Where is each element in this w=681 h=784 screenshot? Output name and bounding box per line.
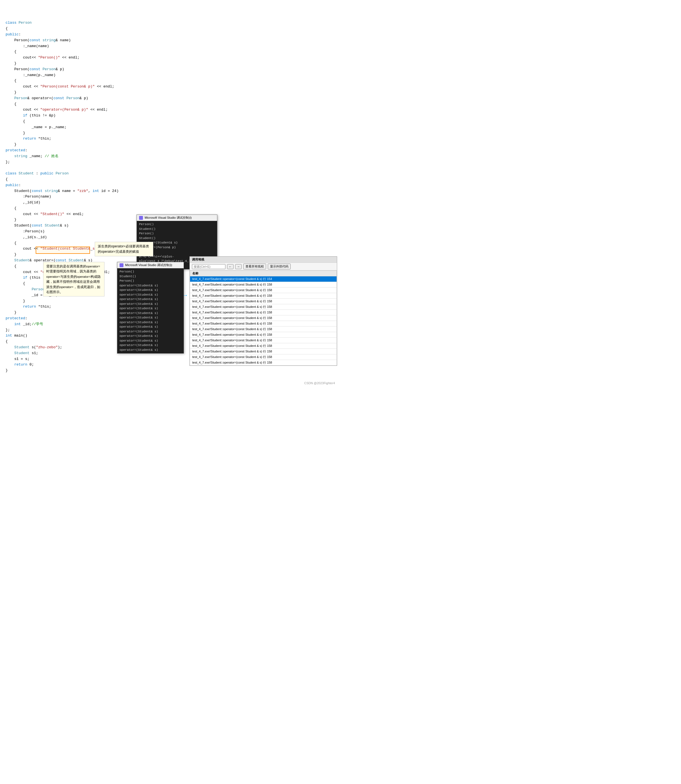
code-line: string _name; // 姓名 bbox=[6, 154, 335, 159]
code-line: } bbox=[6, 130, 335, 136]
debug-row-cell: test_4_7.exe!Student::operator=(const St… bbox=[190, 326, 337, 332]
debug-row[interactable]: test_4_7.exe!Student::operator=(const St… bbox=[190, 304, 337, 310]
debug-row[interactable]: test_4_7.exe!Student::operator=(const St… bbox=[190, 343, 337, 349]
debug-panel-title: 调用堆栈 bbox=[192, 257, 204, 261]
console-line: operator=(Student& s) bbox=[120, 348, 181, 352]
code-line: cout<< "Person()" << endl; bbox=[6, 55, 335, 61]
debug-row[interactable]: test_4_7.exe!Student::operator=(const St… bbox=[190, 310, 337, 315]
console-line: operator=(Student& s) bbox=[120, 315, 181, 320]
arrow-1: → bbox=[90, 248, 92, 252]
code-line: } bbox=[6, 90, 335, 95]
console-popup-2-body: Person()Student()Person()operator=(Stude… bbox=[117, 268, 184, 353]
debug-row-cell: test_4_7.exe!Student::operator=(const St… bbox=[190, 349, 337, 355]
code-line: { bbox=[6, 206, 335, 211]
debug-row[interactable]: test_4_7.exe!Student::operator=(const St… bbox=[190, 282, 337, 288]
console-line: operator=(Student& s) bbox=[120, 293, 181, 297]
console-popup-2-header: Microsoft Visual Studio 调试控制台 bbox=[117, 262, 184, 268]
debug-row-cell: test_4_7.exe!Student::operator=(const St… bbox=[190, 282, 337, 288]
vs-icon-2 bbox=[120, 263, 124, 267]
code-line: { bbox=[6, 78, 335, 84]
annotation-1: 派生类的operator=必须要调用基类的operator=完成基类的赋值 bbox=[95, 242, 153, 256]
console-line: operator=(Student& s) bbox=[120, 334, 181, 339]
console-line: operator=(Student& s) bbox=[120, 325, 181, 329]
code-line: protected: bbox=[6, 148, 335, 154]
console-popup-1-header: Microsoft Visual Studio 调试控制台 bbox=[137, 215, 217, 221]
debug-show-external-btn[interactable]: 显示外部代码 bbox=[268, 264, 291, 269]
console-line: operator=(Student& s) bbox=[120, 311, 181, 316]
code-line: { bbox=[6, 26, 335, 32]
annotation-2-text: 需要注意的是在调用基类的operator=时需要指明其作用域，因为基类的oper… bbox=[46, 265, 101, 294]
console-line: Person() bbox=[139, 222, 215, 227]
code-line: { bbox=[6, 177, 335, 182]
console-line: operator=(Student& s) bbox=[120, 329, 181, 334]
debug-table: 名称 test_4_7.exe!Student::operator=(const… bbox=[190, 271, 337, 366]
code-line: } bbox=[6, 61, 335, 67]
debug-row-cell: test_4_7.exe!Student::operator=(const St… bbox=[190, 343, 337, 349]
code-line: ,_id(id) bbox=[6, 200, 335, 206]
code-line: if (this != &p) bbox=[6, 113, 335, 119]
code-line: return *this; bbox=[6, 136, 335, 142]
console-line: Student() bbox=[120, 274, 181, 279]
code-line: public: bbox=[6, 182, 335, 188]
debug-row[interactable]: test_4_7.exe!Student::operator=(const St… bbox=[190, 315, 337, 321]
csdn-footer: CSDN @2023Fighter4 bbox=[304, 382, 335, 385]
console-line: operator=(Student& s) bbox=[120, 284, 181, 288]
code-line: class Person bbox=[6, 20, 335, 26]
debug-search-input[interactable] bbox=[192, 264, 225, 269]
console-line: operator=(Student& s) bbox=[120, 288, 181, 293]
debug-row-cell: test_4_7.exe!Student::operator=(const St… bbox=[190, 310, 337, 315]
code-line bbox=[6, 165, 335, 171]
code-line: cout << "Person(const Person& p)" << end… bbox=[6, 84, 335, 90]
code-line: { bbox=[6, 101, 335, 107]
console-line: Student() bbox=[139, 236, 215, 241]
debug-back-btn[interactable]: ← bbox=[227, 264, 233, 269]
debug-row-cell: test_4_7.exe!Student::operator=(const St… bbox=[190, 360, 337, 366]
debug-row[interactable]: test_4_7.exe!Student::operator=(const St… bbox=[190, 321, 337, 326]
debug-row-cell: test_4_7.exe!Student::operator=(const St… bbox=[190, 293, 337, 299]
debug-row-cell: test_4_7.exe!Student::operator=(const St… bbox=[190, 338, 337, 343]
debug-row-cell: test_4_7.exe!Student::operator=(const St… bbox=[190, 315, 337, 321]
debug-row[interactable]: test_4_7.exe!Student::operator=(const St… bbox=[190, 332, 337, 338]
console-line: Person() bbox=[120, 269, 181, 274]
code-line: } bbox=[6, 142, 335, 148]
debug-row[interactable]: test_4_7.exe!Student::operator=(const St… bbox=[190, 360, 337, 366]
code-line: Person(const Person& p) bbox=[6, 67, 335, 73]
debug-row[interactable]: test_4_7.exe!Student::operator=(const St… bbox=[190, 326, 337, 332]
debug-row-cell: test_4_7.exe!Student::operator=(const St… bbox=[190, 299, 337, 304]
code-line: Person(const string& name) bbox=[6, 38, 335, 43]
console-popup-2-title: Microsoft Visual Studio 调试控制台 bbox=[125, 263, 173, 267]
debug-view-all-btn[interactable]: 查看所有线程 bbox=[243, 264, 266, 269]
debug-row[interactable]: test_4_7.exe!Student::operator=(const St… bbox=[190, 338, 337, 343]
console-line: operator=(Student& s) bbox=[120, 343, 181, 348]
annotation-2: 需要注意的是在调用基类的operator=时需要指明其作用域，因为基类的oper… bbox=[43, 262, 105, 296]
debug-panel: 调用堆栈 ← → 查看所有线程 显示外部代码 名称 test_4_7.exe!S… bbox=[190, 256, 337, 366]
debug-row-cell: test_4_7.exe!Student::operator=(const St… bbox=[190, 304, 337, 310]
debug-forward-btn[interactable]: → bbox=[235, 264, 242, 269]
debug-row[interactable]: test_4_7.exe!Student::operator=(const St… bbox=[190, 299, 337, 304]
code-line: :Person(name) bbox=[6, 194, 335, 200]
debug-row[interactable]: test_4_7.exe!Student::operator=(const St… bbox=[190, 293, 337, 299]
debug-row[interactable]: test_4_7.exe!Student::operator=(const St… bbox=[190, 288, 337, 293]
debug-row[interactable]: test_4_7.exe!Student::operator=(const St… bbox=[190, 349, 337, 355]
code-line: cout << "operator=(Person& p)" << endl; bbox=[6, 107, 335, 113]
code-line: } bbox=[6, 368, 335, 374]
debug-row-cell: test_4_7.exe!Student::operator=(const St… bbox=[190, 321, 337, 326]
code-line: _name = p._name; bbox=[6, 125, 335, 130]
debug-col-header: 名称 bbox=[190, 271, 337, 276]
debug-row-cell: test_4_7.exe!Student::operator=(const St… bbox=[190, 288, 337, 293]
debug-toolbar[interactable]: ← → 查看所有线程 显示外部代码 bbox=[190, 263, 337, 271]
code-line: :_name(name) bbox=[6, 43, 335, 49]
debug-row[interactable]: test_4_7.exe!Student::operator=(const St… bbox=[190, 276, 337, 282]
code-line: }; bbox=[6, 159, 335, 165]
vs-icon bbox=[139, 216, 143, 220]
console-line: operator=(Student& s) bbox=[120, 297, 181, 302]
annotation-1-text: 派生类的operator=必须要调用基类的operator=完成基类的赋值 bbox=[98, 244, 149, 253]
console-line: operator=(Student& s) bbox=[120, 339, 181, 343]
code-line: public: bbox=[6, 32, 335, 38]
code-line: { bbox=[6, 119, 335, 125]
console-line: Person() bbox=[139, 231, 215, 236]
debug-row-cell: test_4_7.exe!Student::operator=(const St… bbox=[190, 332, 337, 338]
debug-row-cell: test_4_7.exe!Student::operator=(const St… bbox=[190, 355, 337, 360]
code-line: class Student : public Person bbox=[6, 171, 335, 177]
debug-row[interactable]: test_4_7.exe!Student::operator=(const St… bbox=[190, 355, 337, 360]
